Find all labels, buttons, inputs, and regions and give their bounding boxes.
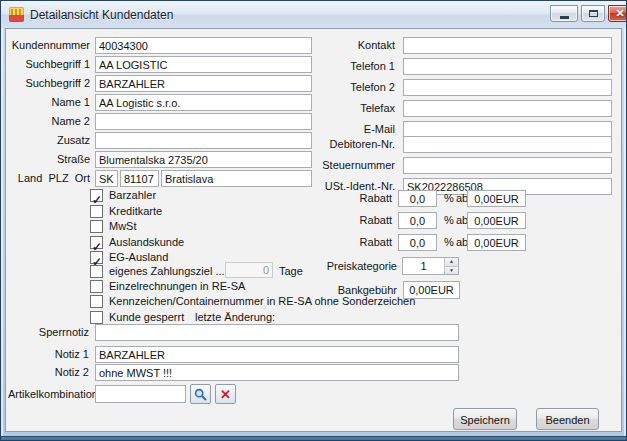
input-artikelkombination[interactable] bbox=[95, 385, 186, 403]
save-button[interactable]: Speichern bbox=[453, 408, 517, 430]
preiskategorie-value: 1 bbox=[403, 258, 444, 274]
input-sperrnotiz[interactable] bbox=[95, 324, 459, 341]
quit-button[interactable]: Beenden bbox=[536, 408, 599, 430]
label-sperrnotiz: Sperrnotiz bbox=[8, 324, 89, 341]
label-percent-1: % bbox=[444, 190, 454, 207]
input-strasse[interactable] bbox=[95, 151, 312, 168]
checkbox-label-einzelrechnungen: Einzelrechnungen in RE-SA bbox=[109, 280, 245, 293]
maximize-button[interactable] bbox=[581, 5, 605, 22]
input-kundennummer[interactable] bbox=[95, 37, 312, 54]
input-notiz-2[interactable] bbox=[95, 364, 459, 381]
checkbox-eg-ausland[interactable]: ✓ bbox=[90, 251, 103, 264]
app-icon bbox=[9, 7, 24, 22]
label-land-plz-ort: Land PLZ Ort bbox=[8, 170, 90, 187]
input-name-2[interactable] bbox=[95, 113, 312, 130]
input-ort[interactable] bbox=[161, 170, 312, 187]
input-rabatt-3-percent[interactable] bbox=[398, 234, 437, 251]
maximize-icon bbox=[589, 10, 598, 17]
label-percent-3: % bbox=[444, 234, 454, 251]
checkbox-label-kreditkarte: Kreditkarte bbox=[109, 205, 162, 218]
input-rabatt-2-amount[interactable] bbox=[467, 212, 526, 229]
label-name-1: Name 1 bbox=[8, 94, 90, 111]
input-rabatt-1-percent[interactable] bbox=[398, 190, 437, 207]
input-rabatt-2-percent[interactable] bbox=[398, 212, 437, 229]
minimize-icon bbox=[560, 16, 569, 19]
close-button[interactable]: ✕ bbox=[608, 5, 627, 22]
label-artikelkombination: Artikelkombination bbox=[8, 386, 89, 403]
checkbox-barzahler[interactable]: ✓ bbox=[90, 189, 103, 202]
input-rabatt-1-amount[interactable] bbox=[467, 190, 526, 207]
label-notiz-2: Notiz 2 bbox=[8, 364, 89, 381]
preiskategorie-stepper[interactable]: 1 ▲ ▼ bbox=[402, 257, 459, 275]
spinner: ▲ ▼ bbox=[444, 258, 458, 274]
label-zusatz: Zusatz bbox=[8, 132, 90, 149]
window-title: Detailansicht Kundendaten bbox=[30, 8, 173, 22]
label-rabatt-2: Rabatt bbox=[306, 212, 392, 229]
label-preiskategorie: Preiskategorie bbox=[276, 258, 397, 275]
input-plz[interactable] bbox=[120, 170, 159, 187]
input-suchbegriff-1[interactable] bbox=[95, 56, 312, 73]
checkbox-label-eg-ausland: EG-Ausland bbox=[109, 251, 168, 264]
input-rabatt-3-amount[interactable] bbox=[467, 234, 526, 251]
checkbox-label-auslandskunde: Auslandskunde bbox=[109, 236, 184, 249]
input-land[interactable] bbox=[95, 170, 118, 187]
checkbox-label-barzahler: Barzahler bbox=[109, 189, 156, 202]
red-x-icon: ✕ bbox=[220, 388, 231, 401]
input-telefon-1[interactable] bbox=[403, 58, 612, 75]
label-letzte-aenderung: letzte Änderung: bbox=[195, 311, 275, 324]
label-name-2: Name 2 bbox=[8, 113, 90, 130]
search-button[interactable] bbox=[190, 384, 211, 404]
input-name-1[interactable] bbox=[95, 94, 312, 111]
spin-up-icon[interactable]: ▲ bbox=[445, 258, 458, 266]
spin-down-icon[interactable]: ▼ bbox=[445, 266, 458, 275]
checkbox-einzelrechnungen[interactable]: ✓ bbox=[90, 280, 103, 293]
checkbox-mwst[interactable]: ✓ bbox=[90, 220, 103, 233]
input-telefax[interactable] bbox=[403, 100, 612, 117]
checkbox-label-mwst: MwSt bbox=[109, 220, 137, 233]
label-bankgebuehr: Bankgebühr bbox=[276, 282, 397, 299]
label-telefax: Telefax bbox=[305, 100, 395, 117]
label-steuernummer: Steuernummer bbox=[305, 157, 395, 174]
label-telefon-2: Telefon 2 bbox=[305, 79, 395, 96]
input-zahlungsziel-tage bbox=[225, 262, 273, 278]
checkbox-auslandskunde[interactable]: ✓ bbox=[90, 236, 103, 249]
label-notiz-1: Notiz 1 bbox=[8, 346, 89, 363]
input-debitoren-nr[interactable] bbox=[403, 136, 612, 153]
label-rabatt-3: Rabatt bbox=[306, 234, 392, 251]
input-bankgebuehr[interactable] bbox=[403, 281, 460, 299]
minimize-button[interactable] bbox=[550, 5, 578, 22]
input-kontakt[interactable] bbox=[403, 37, 612, 54]
label-percent-2: % bbox=[444, 212, 454, 229]
form-panel: Kundennummer Suchbegriff 1 Suchbegriff 2… bbox=[5, 28, 622, 432]
label-suchbegriff-2: Suchbegriff 2 bbox=[8, 75, 90, 92]
input-notiz-1[interactable] bbox=[95, 346, 459, 363]
checkbox-eigenes-zahlungsziel[interactable]: ✓ bbox=[90, 265, 103, 278]
input-zusatz[interactable] bbox=[95, 132, 312, 149]
label-debitoren-nr: Debitoren-Nr. bbox=[305, 136, 395, 153]
label-kontakt: Kontakt bbox=[305, 37, 395, 54]
input-telefon-2[interactable] bbox=[403, 79, 612, 96]
label-telefon-1: Telefon 1 bbox=[305, 58, 395, 75]
window-frame-bottom bbox=[1, 436, 626, 440]
titlebar[interactable]: Detailansicht Kundendaten bbox=[1, 1, 626, 28]
search-icon bbox=[194, 388, 207, 401]
checkbox-kreditkarte[interactable]: ✓ bbox=[90, 205, 103, 218]
checkbox-kunde-gesperrt[interactable]: ✓ bbox=[90, 311, 103, 324]
input-suchbegriff-2[interactable] bbox=[95, 75, 312, 92]
checkbox-kennzeichen[interactable]: ✓ bbox=[90, 295, 103, 308]
label-rabatt-1: Rabatt bbox=[306, 190, 392, 207]
label-strasse: Straße bbox=[8, 151, 90, 168]
clear-button[interactable]: ✕ bbox=[215, 384, 236, 404]
label-kundennummer: Kundennummer bbox=[8, 37, 90, 54]
input-steuernummer[interactable] bbox=[403, 157, 612, 174]
close-icon: ✕ bbox=[615, 6, 624, 21]
checkbox-label-kunde-gesperrt: Kunde gesperrt bbox=[109, 311, 184, 324]
label-suchbegriff-1: Suchbegriff 1 bbox=[8, 56, 90, 73]
dialog-window: Detailansicht Kundendaten ✕ Kundennummer… bbox=[0, 0, 627, 441]
